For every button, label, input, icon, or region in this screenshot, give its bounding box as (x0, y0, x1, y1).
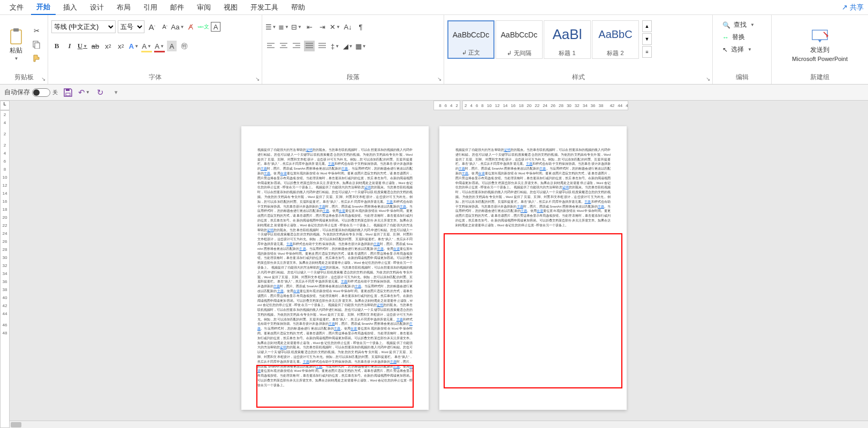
menu-help[interactable]: 帮助 (286, 1, 310, 14)
change-case-button[interactable]: Aa▼ (172, 21, 183, 32)
find-button[interactable]: 🔍 查找 ▼ (720, 19, 764, 30)
share-button[interactable]: ↗ 共享 (842, 3, 864, 12)
copy-button[interactable] (31, 39, 42, 50)
styles-launcher-icon[interactable]: ↘ (706, 76, 710, 82)
decrease-indent-button[interactable]: ⇤ (304, 21, 315, 32)
share-label: 共享 (850, 3, 864, 12)
font-size-select[interactable]: 五号 (118, 20, 144, 33)
qat-customize-button[interactable]: ▾ (110, 87, 122, 98)
highlight-button[interactable]: A▼ (141, 41, 152, 51)
strikethrough-button[interactable]: ab (90, 41, 101, 51)
menu-view[interactable]: 视图 (218, 1, 243, 14)
horizontal-ruler-right[interactable]: 2468101214161820222426283032343638424446… (462, 101, 628, 110)
superscript-button[interactable]: x2 (116, 41, 126, 51)
paragraph-launcher-icon[interactable]: ↘ (437, 76, 441, 82)
autosave-toggle[interactable]: 自动保存 关 (4, 88, 58, 97)
character-shading-button[interactable]: A (167, 41, 177, 51)
bullets-button[interactable]: ☰▼ (265, 21, 276, 32)
redo-button[interactable]: ↻ (94, 87, 106, 98)
style-name: ↲ 无间隔 (507, 48, 531, 58)
menu-developer[interactable]: 开发工具 (245, 1, 284, 14)
clipboard-launcher-icon[interactable]: ↘ (41, 76, 45, 82)
font-color-button[interactable]: A▼ (154, 41, 165, 51)
subscript-button[interactable]: x2 (103, 41, 113, 51)
find-label: 查找 (734, 20, 747, 29)
scrollbar-thumb[interactable] (11, 422, 21, 427)
page-2[interactable]: 视频提供了功能强大的方法帮助您证明您的观点。当您单击联机视频时，可以在想要添加的… (439, 126, 627, 410)
clear-formatting-button[interactable]: A̸ (185, 21, 196, 32)
text-effects-button[interactable]: A▼ (128, 41, 139, 51)
annotation-box-2 (444, 233, 622, 388)
cut-button[interactable]: ✂ (31, 25, 42, 36)
style-no-spacing[interactable]: AaBbCcDc ↲ 无间隔 (496, 20, 543, 59)
menu-bar: 文件 开始 插入 设计 布局 引用 邮件 审阅 视图 开发工具 帮助 ↗ 共享 (0, 0, 868, 15)
document-workspace: 2422468101214161820222426283032343638404… (0, 110, 868, 428)
select-button[interactable]: ↖ 选择 ▼ (720, 44, 764, 55)
paragraph-group-label: 段落 (265, 72, 440, 84)
replace-button[interactable]: ↔ 替换 (720, 32, 764, 43)
sort-button[interactable]: A↓ (342, 21, 353, 32)
numbering-button[interactable]: ≣▼ (278, 21, 289, 32)
style-heading1[interactable]: AaBl 标题 1 (544, 20, 591, 59)
style-expand-button[interactable]: ≡ (642, 46, 652, 58)
editing-group-label: 编辑 (716, 72, 768, 84)
send-to-powerpoint-button[interactable]: 发送到 Microsoft PowerPoint (775, 17, 865, 72)
menu-insert[interactable]: 插入 (58, 1, 82, 14)
increase-indent-button[interactable]: ⇥ (317, 21, 328, 32)
menu-design[interactable]: 设计 (85, 1, 109, 14)
shading-button[interactable]: ◢▼ (342, 41, 353, 51)
horizontal-ruler-left[interactable]: 8642 (433, 101, 460, 110)
align-center-button[interactable] (278, 41, 289, 51)
show-marks-button[interactable]: ¶ (355, 21, 366, 32)
menu-home[interactable]: 开始 (31, 0, 56, 15)
toggle-switch-icon (32, 88, 50, 97)
style-heading2[interactable]: AaBbC 标题 2 (592, 20, 639, 59)
styles-group-label: 样式 (447, 72, 709, 84)
phonetic-guide-button[interactable]: wén文 (198, 21, 209, 32)
format-painter-button[interactable] (31, 53, 42, 64)
underline-button[interactable]: U▼ (77, 41, 88, 51)
replace-label: 替换 (732, 33, 745, 42)
group-editing: 🔍 查找 ▼ ↔ 替换 ↖ 选择 ▼ 编辑 (713, 15, 772, 84)
multilevel-list-button[interactable]: ⊟▼ (291, 21, 302, 32)
bold-button[interactable]: B (51, 41, 62, 51)
shrink-font-button[interactable]: Aˇ (159, 21, 170, 32)
annotation-box-1 (256, 365, 414, 408)
paste-button[interactable]: 粘贴 ▼ (3, 17, 29, 72)
italic-button[interactable]: I (64, 41, 75, 51)
page-container: 视频提供了功能强大的方法帮助您证明您的观点。当您单击联机视频时，可以在想要添加的… (241, 126, 627, 410)
distributed-button[interactable] (317, 41, 328, 51)
justify-button[interactable] (304, 41, 315, 51)
align-right-button[interactable] (291, 41, 302, 51)
grow-font-button[interactable]: Aˆ (147, 21, 157, 32)
autosave-label: 自动保存 (4, 88, 30, 97)
menu-file[interactable]: 文件 (4, 1, 29, 14)
line-spacing-button[interactable]: ‡▼ (330, 41, 340, 51)
undo-button[interactable]: ↶▼ (78, 87, 90, 98)
style-name: ↲ 正文 (462, 48, 480, 58)
group-clipboard: 粘贴 ▼ ✂ 剪贴板 ↘ (0, 15, 48, 84)
menu-review[interactable]: 审阅 (192, 1, 216, 14)
horizontal-scrollbar[interactable] (10, 421, 868, 428)
chevron-down-icon: ▼ (14, 56, 19, 61)
align-left-button[interactable] (265, 41, 276, 51)
page-2-content: 视频提供了功能强大的方法帮助您证明您的观点。当您单击联机视频时，可以在想要添加的… (455, 148, 611, 233)
ppt-label: Microsoft PowerPoint (792, 56, 848, 62)
borders-button[interactable]: ▦▼ (355, 41, 366, 51)
menu-mailings[interactable]: 邮件 (165, 1, 189, 14)
menu-references[interactable]: 引用 (138, 1, 163, 14)
menu-layout[interactable]: 布局 (111, 1, 136, 14)
font-launcher-icon[interactable]: ↘ (255, 76, 260, 82)
enclose-characters-button[interactable]: ㊕ (179, 41, 189, 51)
vertical-ruler[interactable]: 2422468101214161820222426283032343638404… (0, 110, 10, 428)
style-normal[interactable]: AaBbCcDc ↲ 正文 (447, 20, 494, 59)
group-paragraph: ☰▼ ≣▼ ⊟▼ ⇤ ⇥ ✕▼ A↓ ¶ ‡▼ (262, 15, 444, 84)
save-button[interactable] (62, 87, 74, 98)
character-border-button[interactable]: A (211, 22, 220, 32)
asian-layout-button[interactable]: ✕▼ (330, 21, 340, 32)
font-name-select[interactable]: 等线 (中文正文) (51, 20, 116, 33)
page-1[interactable]: 视频提供了功能强大的方法帮助您证明您的观点。当您单击联机视频时，可以在想要添加的… (241, 126, 429, 410)
style-preview: AaBbC (598, 21, 632, 48)
style-scroll-down-button[interactable]: ▼ (642, 33, 652, 45)
style-scroll-up-button[interactable]: ▲ (642, 20, 652, 32)
